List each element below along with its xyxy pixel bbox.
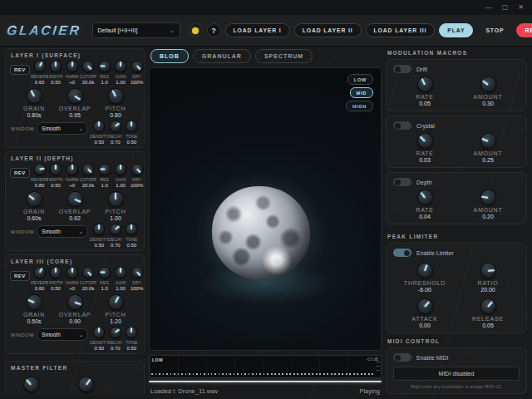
macro-depth-amount-value: 0.20: [482, 214, 494, 219]
layer2-overlap-group: OVERLAP0.92: [57, 191, 92, 221]
master-resonance-knob[interactable]: [78, 377, 94, 392]
layer2-width-knob[interactable]: [50, 164, 62, 175]
layer2-section: LAYER II (DEPTH)REVREVERB0.80WIDTH0.50HA…: [5, 151, 145, 251]
close-icon[interactable]: ✕: [518, 4, 524, 11]
layer2-harm-knob[interactable]: [66, 164, 78, 175]
layer1-tone-label: TONE: [126, 134, 137, 139]
layer1-density-knob[interactable]: [93, 121, 105, 132]
layer2-cutoff-value: 20.0k: [82, 183, 95, 188]
knob-pointer-icon: [420, 135, 426, 141]
layer2-cutoff-knob[interactable]: [82, 164, 94, 175]
load-layer-1-button[interactable]: LOAD LAYER I: [225, 23, 290, 37]
limiter-release-knob[interactable]: [480, 298, 496, 314]
playback-progress-bar[interactable]: [149, 381, 382, 382]
macro-drift-name: Drift: [416, 66, 427, 72]
layer2-decay-knob[interactable]: [110, 224, 121, 235]
layer2-dry-knob[interactable]: [131, 164, 143, 175]
layer2-pitch-knob[interactable]: [108, 191, 124, 207]
band-mid-button[interactable]: MID: [350, 87, 373, 98]
limiter-attack-knob[interactable]: [417, 298, 433, 314]
layer1-cutoff-knob[interactable]: [82, 61, 94, 72]
layer1-window-select[interactable]: Smooth⌄: [37, 122, 88, 135]
status-indicator-button[interactable]: [189, 23, 203, 37]
layer1-decay-knob[interactable]: [110, 121, 121, 132]
layer1-res-knob[interactable]: [99, 61, 111, 72]
layer2-reverb-knob[interactable]: [34, 164, 46, 175]
layer3-width-knob[interactable]: [50, 267, 62, 278]
layer2-rev-button[interactable]: REV: [10, 168, 30, 178]
layer3-harm-knob[interactable]: [66, 267, 78, 278]
layer1-dry-knob[interactable]: [131, 61, 143, 72]
macro-drift-amount-knob[interactable]: [480, 76, 496, 92]
layer3-reverb-knob[interactable]: [34, 267, 46, 278]
layer2-grain-knob[interactable]: [27, 191, 42, 207]
macro-crystal-amount-knob[interactable]: [480, 133, 496, 149]
limiter-ratio-knob[interactable]: [480, 263, 496, 278]
layer3-window-select[interactable]: Smooth⌄: [37, 328, 88, 341]
tab-granular[interactable]: GRANULAR: [193, 49, 251, 63]
layer2-overlap-knob[interactable]: [67, 191, 83, 207]
macro-depth-amount-group: AMOUNT0.20: [470, 190, 505, 219]
layer2-tone-group: TONE0.50: [124, 224, 140, 248]
macro-drift-rate-knob[interactable]: [417, 76, 433, 92]
layer3-overlap-knob[interactable]: [67, 294, 83, 310]
load-layer-2-button[interactable]: LOAD LAYER II: [294, 23, 362, 37]
layer2-tone-knob[interactable]: [126, 224, 137, 235]
record-button[interactable]: RECORD: [516, 23, 532, 37]
limiter-threshold-knob[interactable]: [417, 263, 433, 278]
layer1-width-knob[interactable]: [50, 61, 62, 72]
layer3-density-knob[interactable]: [93, 327, 105, 338]
maximize-icon[interactable]: ▢: [502, 4, 509, 11]
macro-depth-toggle[interactable]: [393, 178, 411, 186]
layer1-dry-group: DRY100%: [129, 61, 145, 85]
chevron-down-icon: ⌄: [78, 332, 83, 338]
layer2-gain-knob[interactable]: [115, 164, 126, 175]
midi-status-bar[interactable]: MIDI disabled: [393, 367, 520, 381]
band-low-button[interactable]: LOW: [347, 74, 373, 85]
play-button[interactable]: PLAY: [439, 23, 473, 37]
layer1-pitch-knob[interactable]: [108, 88, 124, 104]
layer3-tone-group: TONE0.50: [124, 327, 140, 351]
layer3-gain-knob[interactable]: [115, 267, 126, 278]
layer2-window-select[interactable]: Smooth⌄: [37, 225, 88, 238]
layer3-grain-knob[interactable]: [27, 294, 42, 310]
macro-crystal-toggle[interactable]: [393, 121, 411, 130]
layer1-res-label: RES: [100, 74, 109, 79]
layer2-density-knob[interactable]: [93, 224, 105, 235]
master-cutoff-knob[interactable]: [23, 377, 39, 392]
band-high-button[interactable]: HIGH: [346, 101, 373, 111]
tab-blob[interactable]: BLOB: [150, 49, 189, 63]
layer1-gain-knob[interactable]: [115, 61, 126, 72]
layer1-tone-knob[interactable]: [126, 121, 137, 132]
layer1-reverb-knob[interactable]: [34, 61, 46, 72]
layer3-rev-button[interactable]: REV: [10, 271, 30, 281]
layer1-harm-knob[interactable]: [66, 61, 78, 72]
limiter-toggle[interactable]: [393, 249, 411, 257]
stop-button[interactable]: STOP: [477, 23, 512, 37]
layer3-dry-knob[interactable]: [131, 267, 143, 278]
blob-3d-view[interactable]: LOW MID HIGH: [149, 67, 382, 351]
layer1-fx-row: REVREVERB0.60WIDTH0.50HARM+0CUTOFF20.0kR…: [10, 61, 140, 85]
macro-depth-amount-knob[interactable]: [480, 190, 496, 205]
layer2-res-knob[interactable]: [99, 164, 111, 175]
preset-select[interactable]: Default [I+II+III] ⌄: [92, 22, 180, 38]
tab-spectrum[interactable]: SPECTRUM: [255, 49, 313, 63]
layer3-res-knob[interactable]: [99, 267, 111, 278]
macro-drift-toggle[interactable]: [393, 65, 411, 73]
midi-toggle[interactable]: [393, 353, 411, 362]
load-layer-3-button[interactable]: LOAD LAYER III: [366, 23, 436, 37]
layer1-overlap-knob[interactable]: [67, 88, 83, 104]
layer1-grain-knob[interactable]: [27, 88, 42, 104]
layer1-rev-button[interactable]: REV: [10, 65, 30, 75]
layer3-tone-knob[interactable]: [126, 327, 137, 338]
macro-depth-rate-knob[interactable]: [417, 190, 433, 205]
knob-pointer-icon: [136, 66, 140, 70]
layer3-pitch-knob[interactable]: [108, 294, 124, 310]
help-button[interactable]: ?: [207, 23, 221, 37]
layer3-cutoff-knob[interactable]: [82, 267, 94, 278]
minimize-icon[interactable]: —: [485, 4, 492, 11]
macro-crystal-rate-knob[interactable]: [417, 133, 433, 149]
macro-drift-knobs: RATE0.05AMOUNT0.30: [393, 76, 520, 106]
layer3-decay-knob[interactable]: [110, 327, 121, 338]
layer2-pitch-label: PITCH: [106, 209, 126, 214]
